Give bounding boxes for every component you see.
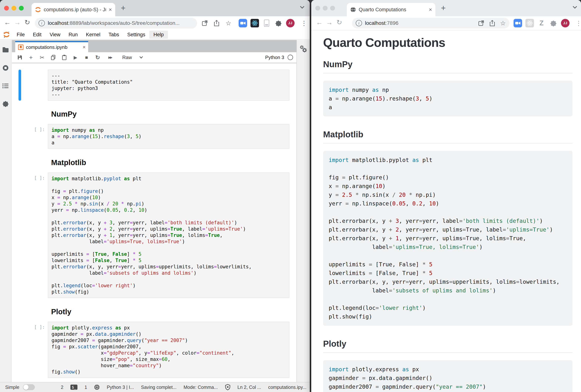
open-in-new-icon[interactable] [200,19,209,27]
reload-button[interactable]: ↻ [336,18,342,26]
notebook-content[interactable]: ---title: "Quarto Computations"jupyter: … [12,63,296,382]
close-window-button[interactable] [4,6,9,10]
numpy-cell-editor[interactable]: import numpy as npa = np.arange(15).resh… [48,124,290,149]
kernel-chip-icon[interactable] [94,385,100,390]
minimize-window-button[interactable] [12,6,16,10]
open-in-new-icon[interactable] [478,20,484,26]
tab-title: Quarto Computations [359,7,426,12]
code-cell[interactable]: [ ]: import plotly.express as pxgapminde… [12,322,296,378]
markdown-cell[interactable]: Matplotlib [12,157,296,168]
extensions-puzzle-icon[interactable] [549,19,557,27]
cursor-position[interactable]: Ln 2, Col ... [238,385,261,390]
extensions-puzzle-icon[interactable] [274,19,282,27]
minimize-window-button[interactable] [323,6,328,10]
browser-tab[interactable]: Quarto Computations × [347,3,436,16]
reload-button[interactable]: ↻ [24,18,30,26]
quarto-rendered-page[interactable]: Quarto Computations NumPy import numpy a… [311,30,581,392]
browser-tab[interactable]: computations.ip (auto-S) - Jup × [32,3,115,16]
cut-cells-button[interactable]: ✂ [39,54,45,61]
restart-run-all-button[interactable]: ▶▶ [106,55,114,59]
kernel-count[interactable]: 1 [84,385,87,390]
active-cell-indicator[interactable] [18,70,21,101]
raw-cell[interactable]: ---title: "Quarto Computations"jupyter: … [12,70,296,101]
forward-button[interactable]: → [14,18,21,26]
markdown-cell[interactable]: Plotly [12,307,296,317]
menu-kernel[interactable]: Kernel [82,31,104,39]
react-devtools-extension-icon[interactable] [250,19,259,27]
cell-prompt: [ ]: [22,124,48,149]
plotly-cell-editor[interactable]: import plotly.express as pxgapminder = p… [48,322,290,378]
kernel-indicator[interactable]: Python 3 [265,55,294,60]
extension-manager-icon[interactable] [2,101,9,107]
bookmark-star-icon[interactable]: ☆ [224,19,233,27]
share-icon[interactable] [489,20,496,27]
back-button[interactable]: ← [316,18,323,26]
add-cell-button[interactable]: + [28,54,34,61]
tab-search-chevron-icon[interactable] [300,5,305,9]
browser-tab-strip: computations.ip (auto-S) - Jup × + [0,0,310,16]
cell-prompt: [ ]: [22,173,48,298]
mode-indicator[interactable]: Mode: Comma... [184,385,218,390]
terminal-icon[interactable]: $_ [70,385,78,390]
code-cell[interactable]: [ ]: import matplotlib.pyplot as plt fig… [12,173,296,298]
browser-menu-icon[interactable]: ⋮ [300,19,308,27]
close-tab-icon[interactable]: × [108,6,112,13]
close-window-button[interactable] [315,6,320,10]
zoom-window-button[interactable] [19,6,24,10]
close-notebook-icon[interactable]: × [83,44,86,50]
tab-search-chevron-icon[interactable] [572,5,578,9]
zoom-extension-icon[interactable] [514,19,522,27]
docs-extension-icon[interactable] [262,19,271,27]
jupyterlab-menubar: File Edit View Run Kernel Tabs Settings … [0,30,310,40]
copy-cells-button[interactable] [50,55,56,60]
jupyter-logo-icon [0,31,12,38]
new-tab-button[interactable]: + [441,3,446,12]
simple-mode-toggle[interactable] [23,384,35,390]
markdown-cell[interactable]: NumPy [12,109,296,119]
notebook-document-tab[interactable]: computations.ipynb × [15,41,88,52]
matplotlib-cell-editor[interactable]: import matplotlib.pyplot as plt fig = pl… [48,173,290,298]
zoom-window-button[interactable] [330,6,335,10]
menu-run[interactable]: Run [64,31,82,39]
forward-button[interactable]: → [326,18,333,26]
kernel-status-text[interactable]: Python 3 | I... [107,385,134,390]
save-button[interactable] [17,55,22,60]
saving-status-text: Saving complet... [141,385,176,390]
menu-tabs[interactable]: Tabs [104,31,123,39]
site-info-icon[interactable]: i [38,20,45,26]
terminal-count[interactable]: 2 [61,385,63,390]
restart-kernel-button[interactable]: ↻ [95,54,100,61]
menu-view[interactable]: View [46,31,64,39]
menu-help[interactable]: Help [149,31,168,39]
cell-type-dropdown[interactable]: Raw [122,55,143,60]
menu-settings[interactable]: Settings [123,31,150,39]
profile-avatar[interactable]: JJ [286,19,294,27]
menu-file[interactable]: File [12,31,29,39]
z-extension-icon[interactable]: Z [537,19,546,27]
running-kernels-icon[interactable] [2,65,9,71]
close-tab-icon[interactable]: × [429,6,432,13]
browser-menu-icon[interactable]: ⋮ [574,19,581,27]
site-info-icon[interactable]: i [356,20,362,26]
notebook-toolbar: + ✂ ▶ ■ ↻ ▶▶ Raw Python 3 [12,52,296,63]
file-browser-icon[interactable] [2,47,9,53]
back-button[interactable]: ← [4,18,11,26]
bookmark-star-icon[interactable]: ☆ [500,20,506,26]
share-icon[interactable] [212,19,221,27]
address-bar[interactable]: i localhost:8889/lab/workspaces/auto-S/t… [35,18,197,28]
menu-edit[interactable]: Edit [29,31,46,39]
raw-cell-editor[interactable]: ---title: "Quarto Computations"jupyter: … [48,70,290,101]
new-tab-button[interactable]: + [121,3,126,12]
code-cell[interactable]: [ ]: import numpy as npa = np.arange(15)… [12,124,296,149]
tab-title: computations.ip (auto-S) - Jup [44,7,106,12]
table-of-contents-icon[interactable] [2,83,9,88]
interrupt-kernel-button[interactable]: ■ [84,55,89,60]
run-cell-button[interactable]: ▶ [72,55,78,60]
trust-shield-icon[interactable] [225,384,230,390]
profile-avatar[interactable]: JJ [561,19,570,27]
property-inspector-gears-icon[interactable] [299,45,308,53]
address-bar[interactable]: i localhost:7896 ☆ [352,18,510,28]
paste-cells-button[interactable] [62,55,67,60]
react-devtools-extension-icon[interactable] [526,19,534,27]
zoom-extension-icon[interactable] [238,19,247,27]
